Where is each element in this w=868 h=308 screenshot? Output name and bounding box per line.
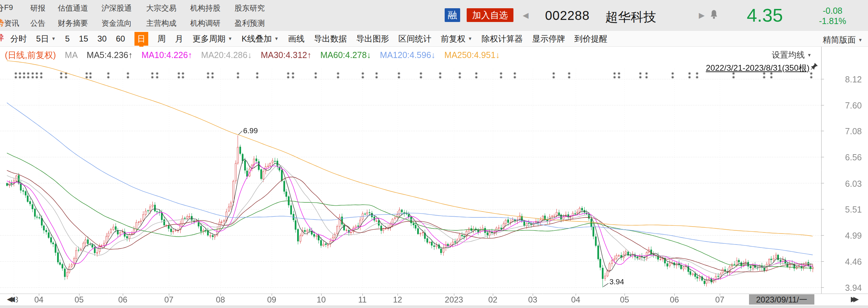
toolbar-item-日[interactable]: 日: [134, 32, 148, 46]
y-axis-label: 7.60: [838, 101, 862, 111]
header-menu-item[interactable]: 估值通道: [58, 3, 88, 13]
header-menu-item[interactable]: 股东研究: [235, 3, 265, 13]
pin-icon[interactable]: [811, 62, 818, 72]
left-panel-fragment: 异: [0, 33, 4, 43]
x-axis-label: 07: [153, 295, 184, 305]
toolbar-item-更多周期[interactable]: 更多周期▼: [193, 33, 232, 44]
toolbar-item-60[interactable]: 60: [116, 34, 125, 44]
toolbar-item-到价提醒[interactable]: 到价提醒: [574, 33, 607, 44]
header-menu-item[interactable]: 资金流向: [101, 18, 132, 28]
price-alert-bell-icon[interactable]: [709, 10, 719, 21]
indicator-period-label: (日线,前复权): [5, 49, 56, 61]
toolbar-item-区间统计[interactable]: 区间统计: [398, 33, 431, 44]
header-menu-item[interactable]: 沪深股通: [101, 3, 132, 13]
toolbar-item-K线叠加[interactable]: K线叠加▼: [242, 33, 279, 44]
simple-layout-label: 精简版面: [823, 34, 856, 45]
last-price: 4.35: [736, 4, 794, 26]
x-axis-label: 05: [64, 295, 95, 305]
header-menu-item[interactable]: 盈利预测: [235, 18, 265, 28]
cursor-date-box: 2023/09/11/一: [749, 294, 814, 305]
ma-settings-button[interactable]: 设置均线 ▼: [772, 49, 812, 60]
toolbar-item-5[interactable]: 5: [65, 34, 69, 44]
left-panel-fragment: 势: [0, 18, 4, 28]
toolbar-item-label: 5日: [36, 33, 49, 44]
header-menu-item[interactable]: 大宗交易: [146, 3, 176, 13]
toolbar-item-label: 导出图形: [356, 33, 389, 44]
visible-date-range-link[interactable]: 2022/3/21-2023/8/31(350根): [691, 62, 810, 73]
header-menu-item[interactable]: 主营构成: [146, 18, 176, 28]
toolbar-item-label: 画线: [288, 33, 304, 44]
y-axis-label: 4.46: [838, 257, 862, 267]
stock-app-window: F9研报估值通道沪深股通大宗交易机构持股股东研究 资讯公告财务摘要资金流向主营构…: [0, 0, 868, 308]
y-axis-label: 4.99: [838, 231, 862, 241]
x-axis-label: 09: [256, 295, 287, 305]
header-menu-item[interactable]: 资讯: [4, 18, 19, 28]
toolbar-item-label: 周: [158, 33, 166, 44]
toolbar-item-label: 更多周期: [193, 33, 226, 44]
toolbar-item-30[interactable]: 30: [97, 34, 107, 44]
x-axis-label: 03: [517, 295, 548, 305]
header-menu-item[interactable]: 公告: [30, 18, 45, 28]
ma-value-label: MA5:4.236↑: [87, 50, 132, 60]
caret-down-icon: ▼: [468, 36, 472, 41]
toolbar-item-label: 60: [116, 34, 125, 44]
toolbar-item-画线[interactable]: 画线: [288, 33, 304, 44]
high-annotation: 6.99: [243, 126, 258, 135]
caret-down-icon: ▼: [51, 36, 56, 41]
toolbar-item-导出图形[interactable]: 导出图形: [356, 33, 389, 44]
next-stock-arrow-icon[interactable]: ▶: [699, 11, 705, 20]
toolbar-item-分时[interactable]: 分时: [10, 33, 27, 44]
toolbar-item-显示停牌[interactable]: 显示停牌: [532, 33, 565, 44]
low-annotation: 3.94: [609, 277, 624, 286]
y-axis-label: 5.51: [838, 205, 862, 215]
toolbar-item-label: 前复权: [441, 33, 465, 44]
prev-stock-arrow-icon[interactable]: ◀: [523, 11, 529, 20]
caret-down-icon: ▼: [274, 36, 279, 41]
x-axis-label: 10: [306, 295, 337, 305]
toolbar-item-label: 区间统计: [398, 33, 431, 44]
ma-indicator-row: (日线,前复权)MAMA5:4.236↑MA10:4.226↑MA20:4.28…: [5, 49, 500, 61]
x-axis-label: 05: [609, 295, 640, 305]
toolbar-item-label: 15: [79, 34, 88, 44]
caret-down-icon: ▼: [228, 36, 232, 41]
toolbar-item-5日[interactable]: 5日▼: [36, 33, 56, 44]
simple-layout-button[interactable]: 精简版面 ▼: [823, 34, 862, 45]
change-value: -0.08: [814, 5, 851, 16]
scroll-left-icon[interactable]: ◀◀: [7, 295, 16, 303]
y-axis-label: 8.12: [838, 75, 862, 84]
x-axis-label: 06: [107, 295, 138, 305]
toolbar-item-label: 30: [97, 34, 107, 44]
scroll-right-icon[interactable]: ▶▶: [851, 295, 856, 303]
left-panel-fragment: 分: [0, 3, 4, 13]
toolbar-item-月[interactable]: 月: [175, 33, 183, 44]
ma-value-label: MA120:4.596↓: [380, 50, 435, 60]
toolbar-item-label: 5: [65, 34, 69, 44]
toolbar-item-label: 导出数据: [314, 33, 347, 44]
ma-settings-label: 设置均线: [772, 49, 805, 60]
y-axis-label: 3.94: [838, 283, 862, 293]
add-watchlist-button[interactable]: 加入自选: [467, 8, 513, 22]
x-axis-label: 06: [659, 295, 690, 305]
x-axis-label: 04: [560, 295, 591, 305]
toolbar-item-周[interactable]: 周: [158, 33, 166, 44]
toolbar-item-除权计算器[interactable]: 除权计算器: [481, 33, 523, 44]
x-axis-label: 08: [205, 295, 236, 305]
ma-value-label: MA30:4.312↑: [261, 50, 311, 60]
header-menu-item[interactable]: F9: [4, 3, 13, 12]
x-axis-label: 02: [477, 295, 508, 305]
toolbar-item-导出数据[interactable]: 导出数据: [314, 33, 347, 44]
y-axis-label: 7.08: [838, 126, 862, 136]
candlestick-chart-canvas[interactable]: [0, 47, 868, 308]
header-menu-item[interactable]: 机构调研: [190, 18, 220, 28]
header-menu-item[interactable]: 研报: [30, 3, 45, 13]
ma-value-label: MA20:4.286↓: [201, 50, 252, 60]
toolbar-item-label: 分时: [10, 33, 27, 44]
toolbar-item-15[interactable]: 15: [79, 34, 88, 44]
toolbar-item-label: 日: [137, 33, 145, 44]
header-menu-item[interactable]: 机构持股: [190, 3, 220, 13]
stock-name: 超华科技: [605, 9, 656, 26]
ma-value-label: MA60:4.278↓: [321, 50, 371, 60]
header-menu-item[interactable]: 财务摘要: [58, 18, 88, 28]
toolbar-item-前复权[interactable]: 前复权▼: [441, 33, 472, 44]
price-change: -0.08 -1.81%: [814, 5, 851, 26]
